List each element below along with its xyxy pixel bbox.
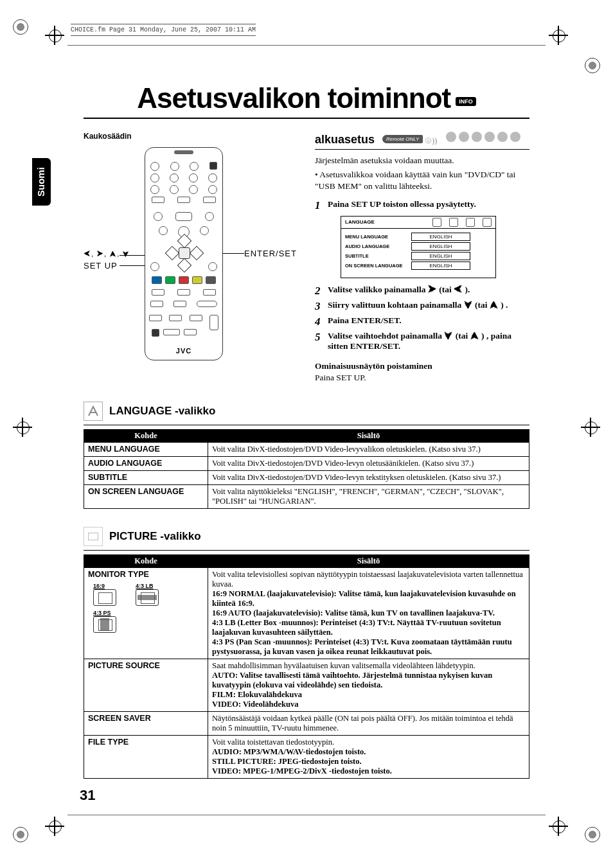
table-key: SUBTITLE [84,471,208,485]
setup-button-outline [150,262,159,271]
page-title: Asetusvalikon toiminnot [137,82,450,114]
registration-mark [13,418,32,437]
signal-icon: ⦾)) [425,136,437,145]
step-number: 4 [315,315,324,328]
language-section-icon [84,402,103,421]
remote-only-badge: Remote ONLY [382,135,423,143]
enter-callout: ENTER/SET [244,249,297,258]
callout-line [222,253,244,254]
picture-tab-icon [449,218,458,227]
decorative-dots [443,132,520,145]
monitor-type-icons: 16:9 4:3 LB 4:3 PS [88,583,204,634]
step-number: 5 [315,331,324,344]
jvc-logo: JVC [145,347,222,355]
audio-tab-icon [466,218,475,227]
print-mark [585,827,600,842]
table-value: Voit valita DivX-tiedostojen/DVD Video-l… [208,471,529,485]
col-header: Sisältö [208,430,529,443]
print-header: CHOICE.fm Page 31 Monday, June 25, 2007 … [71,24,256,36]
remote-diagram-column: Kaukosäädin ⮜, ⮞, ⮝, ⮟ SET UP ENTER/SET [84,132,296,384]
step-number: 2 [315,285,324,297]
menu-key: ON SCREEN LANGUAGE [345,263,406,269]
registration-mark [549,817,568,836]
dismiss-body: Paina SET UP. [315,372,529,384]
table-key: PICTURE SOURCE [84,659,208,712]
section-heading: LANGUAGE -valikko [84,402,529,421]
rule [84,425,529,425]
step-number: 1 [315,199,324,212]
rule [84,550,529,551]
rule [315,149,529,150]
setup-callout: SET UP [84,261,118,270]
menu-value: ENGLISH [411,233,470,241]
step-number: 3 [315,300,324,313]
ir-window [174,150,193,154]
menu-value: ENGLISH [411,242,470,251]
table-value: Saat mahdollisimman hyvälaatuisen kuvan … [208,659,529,712]
intro-text: Järjestelmän asetuksia voidaan muuttaa. [315,155,529,166]
aspect-16-9-icon [93,589,116,606]
table-key: MONITOR TYPE 16:9 4:3 LB 4:3 PS [84,568,208,659]
registration-mark [581,418,600,437]
dismiss-heading: Ominaisuusnäytön poistaminen [315,360,529,372]
dpad-icon [166,235,202,270]
table-key: AUDIO LANGUAGE [84,457,208,471]
menu-value: ENGLISH [411,261,470,270]
step-text: Paina ENTER/SET. [328,315,402,326]
language-table: Kohde Sisältö MENU LANGUAGE Voit valita … [84,429,529,509]
language-side-tab: Suomi [32,158,51,206]
registration-mark [45,26,64,45]
rule [67,45,546,46]
info-icon: INFO [456,97,476,106]
rule [67,815,546,815]
section-heading: PICTURE -valikko [84,527,529,546]
table-value: Voit valita DivX-tiedostojen/DVD Video-l… [208,457,529,471]
table-value: Voit valita DivX-tiedostojen/DVD Video-l… [208,443,529,457]
col-header: Kohde [84,430,208,443]
menu-tab-label: LANGUAGE [345,219,375,225]
section-title: PICTURE -valikko [109,530,201,543]
rule [84,118,529,119]
remote-heading: Kaukosäädin [84,132,296,141]
table-key: SCREEN SAVER [84,712,208,736]
registration-mark [45,817,64,836]
other-tab-icon [483,218,492,227]
step-text: Valitse valikko painamalla ⮞ (tai ⮜ ). [328,285,470,295]
col-header: Kohde [84,555,208,568]
callout-line [120,255,145,256]
note-text: Asetusvalikkoa voidaan käyttää vain kun … [315,169,529,192]
print-mark [585,58,600,73]
menu-key: MENU LANGUAGE [345,234,406,240]
step-text: Paina SET UP toiston ollessa pysäytetty. [328,199,476,209]
print-mark [13,827,28,842]
menu-value: ENGLISH [411,252,470,260]
picture-table: Kohde Sisältö MONITOR TYPE 16:9 4:3 LB 4… [84,554,529,779]
aspect-4-3-lb-icon [136,589,159,606]
table-key: ON SCREEN LANGUAGE [84,485,208,509]
menu-key: AUDIO LANGUAGE [345,244,406,249]
table-key: FILE TYPE [84,736,208,779]
col-header: Sisältö [208,555,529,568]
picture-section-icon [84,527,103,546]
step-text: Siirry valittuun kohtaan painamalla ⮟ (t… [328,300,508,310]
print-mark [13,19,28,35]
table-value: Voit valita näyttökieleksi "ENGLISH", "F… [208,485,529,509]
step-text: Valitse vaihtoehdot painamalla ⮟ (tai ⮝ … [328,331,529,351]
aspect-4-3-ps-icon [93,616,116,633]
table-value: Näytönsäästäjä voidaan kytkeä päälle (ON… [208,712,529,736]
menu-key: SUBTITLE [345,253,406,259]
dpad-callout: ⮜, ⮞, ⮝, ⮟ [84,250,130,258]
table-key: MENU LANGUAGE [84,443,208,457]
remote-outline: JVC [145,147,223,360]
registration-mark [549,26,568,45]
page: CHOICE.fm Page 31 Monday, June 25, 2007 … [0,0,613,868]
language-tab-icon [432,218,441,227]
table-value: Voit valita televisiollesi sopivan näytt… [208,568,529,659]
subsection-heading: alkuasetus [315,133,375,146]
setup-menu-screenshot: LANGUAGE MENU LANGUAGEENGLISH AUDIO LANG… [341,216,496,278]
initial-setup-column: alkuasetus Remote ONLY ⦾)) Järjestelmän … [315,132,529,384]
page-number: 31 [80,787,95,804]
section-title: LANGUAGE -valikko [109,405,215,418]
table-value: Voit valita toistettavan tiedostotyypin.… [208,736,529,779]
title-block: Asetusvalikon toiminnot INFO [45,84,568,119]
